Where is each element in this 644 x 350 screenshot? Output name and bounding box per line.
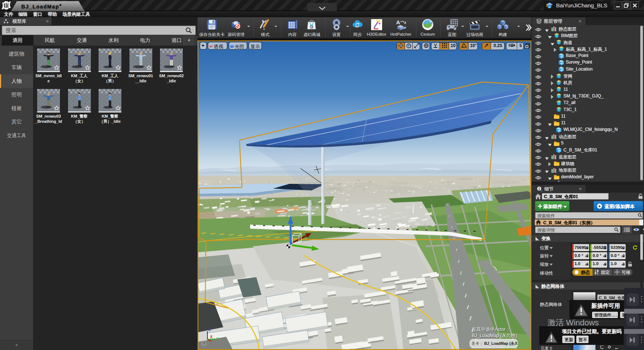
- svg-text:X: X: [210, 335, 213, 339]
- svg-text:Z: Z: [209, 328, 211, 332]
- svg-text:z: z: [404, 20, 406, 25]
- svg-text:?: ?: [203, 342, 205, 346]
- svg-text:Y: Y: [216, 337, 219, 341]
- svg-text:A: A: [396, 19, 400, 25]
